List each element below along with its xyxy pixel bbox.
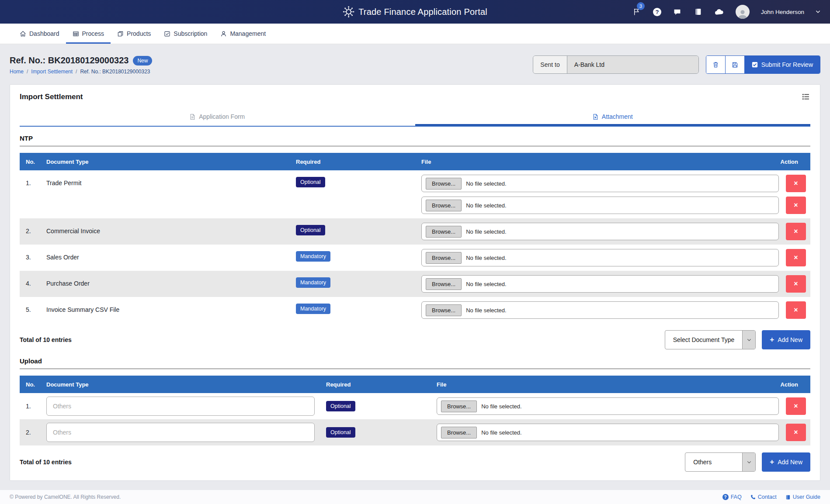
breadcrumb-import-settlement[interactable]: Import Settlement (31, 69, 73, 75)
ntp-table: No. Document Type Required File Action 1… (20, 153, 810, 323)
remove-file-button[interactable]: × (786, 275, 806, 293)
page-header: Ref. No.: BK20180129000323 New Home / Im… (0, 44, 830, 84)
document-type-input[interactable] (46, 397, 315, 416)
breadcrumb-separator: / (76, 69, 77, 75)
list-menu-icon[interactable] (802, 93, 809, 102)
file-input[interactable]: Browse... No file selected. (421, 197, 779, 214)
no-file-text: No file selected. (481, 429, 522, 436)
tab-bar: Application Form Attachment (20, 107, 810, 127)
browse-button[interactable]: Browse... (426, 226, 462, 238)
tab-application-form[interactable]: Application Form (20, 107, 415, 126)
save-button[interactable] (726, 56, 745, 73)
table-row: 4. Purchase Order Mandatory Browse... No… (20, 271, 810, 297)
document-type: Commercial Invoice (44, 228, 296, 235)
breadcrumb-home[interactable]: Home (10, 69, 24, 75)
row-number: 2. (20, 429, 44, 436)
user-name[interactable]: John Henderson (761, 9, 804, 15)
book-icon[interactable] (694, 7, 703, 17)
upload-table: No. Document Type Required File Action 1… (20, 376, 810, 445)
col-document-type: Document Type (44, 381, 326, 388)
nav-item-process[interactable]: Process (66, 24, 111, 44)
remove-icon: × (794, 228, 798, 235)
chat-icon[interactable] (673, 7, 682, 17)
file-input[interactable]: Browse... No file selected. (437, 424, 779, 441)
table-row: 5. Invoice Summary CSV File Mandatory Br… (20, 297, 810, 323)
status-badge: New (133, 56, 152, 66)
submit-for-review-button[interactable]: Submit For Review (745, 56, 820, 73)
row-number: 1. (20, 180, 44, 186)
remove-file-button[interactable]: × (786, 301, 806, 319)
products-copy-icon (117, 31, 124, 37)
action-button-group: Submit For Review (706, 55, 820, 74)
app-logo-icon (343, 6, 354, 17)
trash-icon (712, 61, 719, 68)
chevron-down-icon[interactable] (816, 10, 820, 14)
user-guide-link[interactable]: User Guide (785, 494, 820, 500)
phone-icon (750, 494, 756, 500)
browse-button[interactable]: Browse... (441, 400, 477, 412)
select-chevron-icon (742, 453, 755, 471)
browse-button[interactable]: Browse... (441, 427, 477, 438)
file-input[interactable]: Browse... No file selected. (437, 397, 779, 415)
notifications-flag-icon[interactable]: 3 (632, 7, 642, 17)
document-type-input[interactable] (46, 423, 315, 442)
page-footer: © Powered by CamelONE. All Rights Reserv… (0, 490, 830, 504)
tab-attachment[interactable]: Attachment (415, 107, 811, 126)
document-type: Sales Order (44, 254, 296, 261)
tab-label: Application Form (199, 113, 245, 120)
file-input[interactable]: Browse... No file selected. (421, 249, 779, 266)
sent-to-label: Sent to (533, 56, 567, 73)
remove-file-button[interactable]: × (786, 249, 806, 266)
no-file-text: No file selected. (466, 228, 507, 235)
table-row: 2. Optional Browse... No file selected. … (20, 419, 810, 445)
others-select[interactable]: Others (685, 452, 756, 472)
remove-file-button[interactable]: × (786, 223, 806, 240)
file-input[interactable]: Browse... No file selected. (421, 275, 779, 293)
file-input[interactable]: Browse... No file selected. (421, 301, 779, 319)
col-file: File (421, 159, 431, 165)
file-input[interactable]: Browse... No file selected. (421, 223, 779, 240)
table-row: 2. Commercial Invoice Optional Browse...… (20, 218, 810, 245)
tab-label: Attachment (602, 113, 633, 120)
sent-to-group: Sent to A-Bank Ltd (533, 55, 698, 74)
no-file-text: No file selected. (466, 307, 507, 314)
table-header: No. Document Type Required File Action (20, 376, 810, 393)
nav-item-subscription[interactable]: Subscription (157, 24, 214, 44)
cloud-icon[interactable] (715, 7, 724, 17)
nav-item-management[interactable]: Management (214, 24, 272, 44)
col-no: No. (20, 381, 44, 388)
nav-item-dashboard[interactable]: Dashboard (13, 24, 66, 44)
process-grid-icon (73, 31, 79, 37)
nav-item-products[interactable]: Products (111, 24, 157, 44)
breadcrumb-current: Ref. No.: BK20180129000323 (80, 69, 150, 75)
row-number: 5. (20, 306, 44, 313)
table-row: 1. Optional Browse... No file selected. … (20, 393, 810, 419)
remove-file-button[interactable]: × (786, 175, 806, 192)
file-input[interactable]: Browse... No file selected. (421, 175, 779, 192)
remove-file-button[interactable]: × (786, 397, 806, 415)
col-action: Action (781, 159, 798, 165)
browse-button[interactable]: Browse... (426, 252, 462, 264)
copyright-text: © Powered by CamelONE. All Rights Reserv… (10, 494, 121, 500)
document-type-select[interactable]: Select Document Type (665, 330, 756, 349)
avatar[interactable] (736, 5, 750, 19)
help-icon[interactable]: ? (653, 8, 661, 16)
browse-button[interactable]: Browse... (426, 178, 462, 190)
col-no: No. (20, 159, 44, 165)
browse-button[interactable]: Browse... (426, 278, 462, 290)
contact-label: Contact (758, 494, 777, 500)
faq-link[interactable]: ?FAQ (722, 494, 742, 500)
remove-file-button[interactable]: × (786, 424, 806, 441)
delete-button[interactable] (706, 56, 726, 73)
browse-button[interactable]: Browse... (426, 304, 462, 316)
contact-link[interactable]: Contact (750, 494, 777, 500)
remove-file-button[interactable]: × (786, 197, 806, 214)
header-actions: Sent to A-Bank Ltd Submit For Review (533, 55, 820, 74)
required-badge: Mandatory (296, 251, 330, 262)
faq-question-icon: ? (722, 494, 729, 500)
add-new-button[interactable]: + Add New (762, 330, 810, 349)
no-file-text: No file selected. (466, 180, 507, 187)
add-new-button[interactable]: + Add New (762, 452, 810, 472)
card-title: Import Settlement (20, 93, 810, 101)
browse-button[interactable]: Browse... (426, 200, 462, 211)
